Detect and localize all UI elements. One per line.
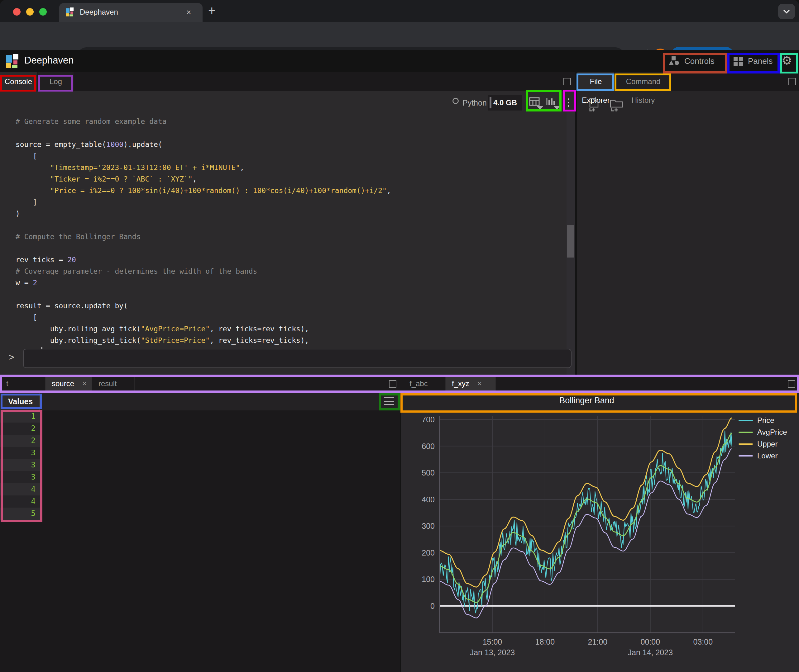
chart-legend: PriceAvgPriceUpperLower [738, 414, 787, 462]
code-line [16, 289, 564, 300]
code-line: [ [16, 150, 564, 162]
table-row[interactable]: 3 [0, 459, 40, 471]
tab-close-icon[interactable]: × [186, 8, 191, 16]
tab-log[interactable]: Log [38, 72, 74, 91]
code-line: rev_ticks = 20 [16, 254, 564, 266]
new-tab-button[interactable]: + [208, 4, 215, 18]
svg-text:100: 100 [422, 575, 435, 584]
chart-panel: Bollinger Band 010020030040050060070015:… [401, 393, 799, 672]
code-line [16, 243, 564, 254]
code-line: # Generate some random example data [16, 116, 564, 127]
memory-usage: 4.0 GB [488, 95, 522, 110]
browser-toolbar: ← → localhost:10000/ide/ ☆ E Relaunch to [0, 22, 799, 50]
svg-text:500: 500 [422, 468, 435, 477]
chart-export-icon[interactable] [546, 96, 561, 111]
code-line: ] [16, 197, 564, 208]
scrollbar-thumb[interactable] [567, 225, 574, 258]
panels-button[interactable]: Panels [733, 55, 773, 67]
fullscreen-window-button[interactable] [39, 8, 47, 16]
tab-title: Deephaven [80, 8, 118, 16]
deephaven-favicon [66, 8, 74, 16]
code-line [16, 219, 564, 231]
tab-command-history[interactable]: Command History [616, 72, 671, 91]
session-language: Python [462, 98, 487, 107]
legend-item-Upper[interactable]: Upper [738, 438, 787, 450]
code-line: "Ticker = i%2==0 ? `ABC` : `XYZ`", [16, 173, 564, 185]
svg-text:700: 700 [422, 415, 435, 424]
table-row[interactable]: 5 [0, 507, 40, 520]
console-tabrow: Console Log [0, 72, 575, 91]
tab-close-icon[interactable]: × [477, 379, 482, 388]
tab-result[interactable]: result [92, 376, 135, 392]
tab-search-chevron-button[interactable] [778, 4, 795, 19]
tab-f_abc[interactable]: f_abc [403, 376, 446, 392]
svg-text:00:00: 00:00 [641, 637, 660, 646]
deephaven-logo [6, 54, 20, 68]
legend-item-Lower[interactable]: Lower [738, 450, 787, 462]
new-file-icon[interactable] [587, 97, 602, 113]
svg-text:400: 400 [422, 495, 435, 504]
table-row[interactable]: 3 [0, 447, 40, 459]
table-body: 122333445 [0, 410, 40, 520]
file-explorer-panel: File Explorer Command History [577, 72, 799, 374]
tab-t[interactable]: t [0, 376, 45, 392]
browser-window: Deephaven × + ← → localhost:10000/ide/ [0, 0, 799, 672]
controls-button[interactable]: Controls [669, 55, 714, 67]
tab-f_xyz[interactable]: f_xyz× [446, 376, 496, 392]
table-row[interactable]: 2 [0, 435, 40, 447]
svg-text:Jan 13, 2023: Jan 13, 2023 [470, 648, 515, 657]
legend-line-swatch [738, 443, 753, 445]
settings-gear-icon[interactable]: ⚙ [781, 54, 792, 67]
table-export-icon[interactable] [529, 96, 544, 111]
console-input[interactable] [23, 349, 571, 368]
code-line: "Timestamp='2023-01-13T12:00 ET' + i*MIN… [16, 162, 564, 173]
bottom-tabstrip: tsource×result f_abcf_xyz× [0, 374, 799, 393]
new-folder-icon[interactable] [609, 97, 625, 113]
panel-divider[interactable] [575, 72, 577, 374]
svg-text:03:00: 03:00 [693, 637, 713, 646]
code-line: result = source.update_by( [16, 300, 564, 312]
maximize-panel-icon[interactable] [788, 78, 796, 85]
console-prompt: > [9, 352, 14, 362]
session-status-icon [452, 98, 459, 104]
table-row[interactable]: 3 [0, 471, 40, 483]
table-row[interactable]: 2 [0, 422, 40, 435]
code-line: uby.rolling_std_tick("StdPrice=Price", r… [16, 335, 564, 346]
code-line: [ [16, 312, 564, 323]
maximize-panel-icon[interactable] [389, 380, 396, 388]
hamburger-menu-icon[interactable] [384, 397, 394, 405]
browser-tab-deephaven[interactable]: Deephaven × [59, 3, 202, 22]
legend-item-Price[interactable]: Price [738, 414, 787, 426]
tab-file-explorer[interactable]: File Explorer [578, 72, 614, 91]
code-line: w = 2 [16, 277, 564, 289]
tab-close-icon[interactable]: × [82, 379, 87, 388]
table-row[interactable]: 4 [0, 496, 40, 507]
console-panel: Console Log Python 4.0 GB [0, 72, 575, 374]
legend-line-swatch [738, 420, 753, 421]
table-row[interactable]: 4 [0, 483, 40, 496]
tab-source[interactable]: source× [45, 376, 92, 392]
table-row[interactable]: 1 [0, 410, 40, 422]
svg-text:Jan 14, 2023: Jan 14, 2023 [628, 648, 673, 657]
code-line [16, 127, 564, 139]
legend-line-swatch [738, 455, 753, 456]
memory-usage-text: 4.0 GB [488, 95, 522, 110]
column-header-values[interactable]: Values [0, 393, 40, 410]
close-window-button[interactable] [13, 8, 21, 16]
editor-scrollbar[interactable] [566, 112, 575, 381]
code-line: # Coverage parameter - determines the wi… [16, 266, 564, 277]
maximize-panel-icon[interactable] [563, 78, 571, 85]
maximize-panel-icon[interactable] [788, 380, 795, 388]
console-overflow-kebab-icon[interactable] [568, 98, 570, 107]
code-editor[interactable]: # Generate some random example data sour… [16, 116, 564, 350]
legend-line-swatch [738, 432, 753, 433]
legend-item-AvgPrice[interactable]: AvgPrice [738, 426, 787, 438]
tab-console[interactable]: Console [0, 72, 37, 91]
explorer-tabrow: File Explorer Command History [577, 72, 799, 91]
minimize-window-button[interactable] [26, 8, 34, 16]
memory-usage-bar [489, 97, 491, 108]
svg-text:200: 200 [422, 548, 435, 557]
values-table-panel: Values 122333445 [0, 393, 400, 672]
svg-text:21:00: 21:00 [588, 637, 608, 646]
code-line: ) [16, 208, 564, 219]
